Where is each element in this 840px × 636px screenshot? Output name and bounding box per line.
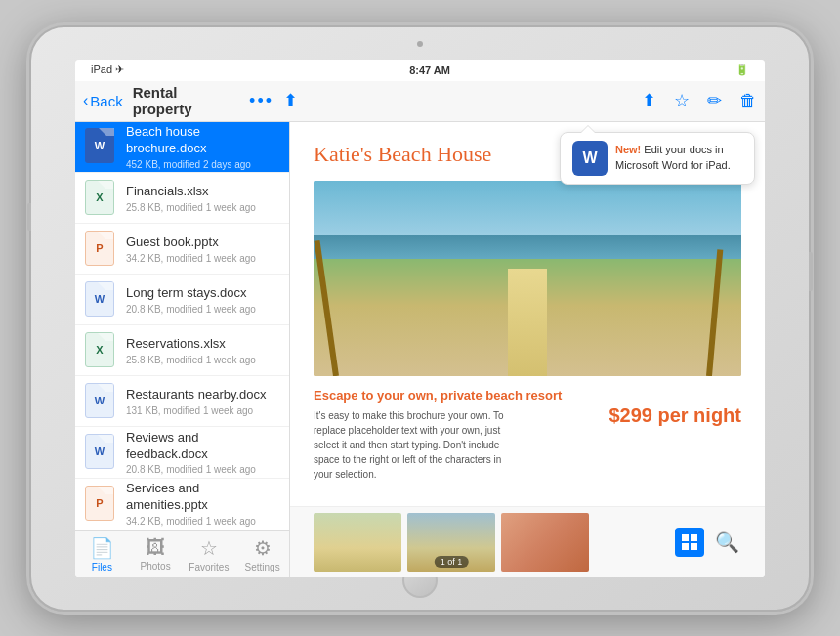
list-item[interactable]: P Guest book.pptx 34.2 KB, modified 1 we… — [75, 224, 289, 275]
svg-rect-2 — [682, 543, 689, 550]
file-info: Reviews and feedback.docx 20.8 KB, modif… — [126, 430, 279, 476]
back-button[interactable]: ‹ Back — [83, 92, 123, 109]
document-subtitle: Escape to your own, private beach resort — [314, 388, 741, 403]
file-icon: X — [85, 180, 116, 217]
file-name: Guest book.pptx — [126, 234, 279, 251]
document-preview: W New! Edit your docs in Microsoft Word … — [290, 122, 765, 577]
camera — [417, 41, 423, 47]
nav-bar: ‹ Back Rental property ••• ⬆ ⬆ ☆ ✏ 🗑 — [75, 81, 765, 122]
thumbnail-image-1 — [314, 513, 401, 572]
document-body: It's easy to make this brochure your own… — [314, 408, 509, 482]
svg-rect-3 — [691, 543, 697, 550]
list-item[interactable]: W Restaurants nearby.docx 131 KB, modifi… — [75, 376, 289, 427]
ipad-device: iPad ✈ 8:47 AM 🔋 ‹ Back Rental property … — [29, 25, 811, 612]
list-item[interactable]: X Reservations.xlsx 25.8 KB, modified 1 … — [75, 325, 289, 376]
file-icon: W — [85, 281, 116, 318]
file-icon: W — [85, 128, 116, 165]
file-name: Reservations.xlsx — [126, 336, 279, 353]
photos-label: Photos — [141, 561, 171, 572]
files-icon: 📄 — [90, 536, 114, 560]
ipad-label: iPad ✈ — [91, 64, 124, 76]
status-right: 🔋 — [735, 64, 749, 76]
list-item[interactable]: P Services and amenities.pptx 34.2 KB, m… — [75, 479, 289, 530]
file-meta: 25.8 KB, modified 1 week ago — [126, 355, 279, 365]
file-info: Beach house brochure.docx 452 KB, modifi… — [126, 124, 279, 170]
file-info: Long term stays.docx 20.8 KB, modified 1… — [126, 285, 279, 315]
status-bar: iPad ✈ 8:47 AM 🔋 — [75, 60, 765, 81]
settings-label: Settings — [245, 562, 280, 572]
file-meta: 452 KB, modified 2 days ago — [126, 159, 279, 170]
file-info: Restaurants nearby.docx 131 KB, modified… — [126, 387, 279, 416]
list-item[interactable]: W Long term stays.docx 20.8 KB, modified… — [75, 275, 289, 325]
list-item[interactable]: W Beach house brochure.docx 452 KB, modi… — [75, 122, 289, 174]
thumbnail-2[interactable]: 1 of 1 — [407, 513, 495, 572]
nav-title: Rental property — [133, 84, 237, 117]
tab-files[interactable]: 📄 Files — [75, 536, 129, 572]
file-info: Financials.xlsx 25.8 KB, modified 1 week… — [126, 184, 279, 213]
grid-view-button[interactable] — [675, 528, 704, 557]
back-chevron-icon: ‹ — [83, 92, 88, 109]
file-name: Restaurants nearby.docx — [126, 387, 279, 403]
nav-left: ‹ Back Rental property ••• ⬆ — [83, 84, 298, 117]
edit-button[interactable]: ✏ — [707, 90, 722, 111]
list-item[interactable]: W Reviews and feedback.docx 20.8 KB, mod… — [75, 427, 289, 479]
file-icon: P — [85, 486, 116, 523]
page-indicator: 1 of 1 — [435, 556, 469, 568]
favorites-icon: ☆ — [200, 536, 218, 560]
svg-rect-0 — [682, 534, 689, 541]
word-tooltip: W New! Edit your docs in Microsoft Word … — [560, 132, 755, 185]
delete-button[interactable]: 🗑 — [739, 91, 757, 111]
favorite-button[interactable]: ☆ — [674, 90, 690, 111]
tab-bar: 📄 Files 🖼 Photos ☆ Favorites ⚙ Settings — [75, 530, 289, 577]
status-left: iPad ✈ — [91, 64, 124, 76]
file-icon: W — [85, 383, 116, 420]
photos-icon: 🖼 — [146, 536, 165, 559]
main-content: W Beach house brochure.docx 452 KB, modi… — [75, 122, 765, 577]
file-meta: 25.8 KB, modified 1 week ago — [126, 202, 279, 213]
favorites-label: Favorites — [189, 562, 229, 572]
beach-photo — [314, 181, 741, 376]
file-name: Beach house brochure.docx — [126, 124, 279, 157]
tab-photos[interactable]: 🖼 Photos — [129, 536, 183, 572]
file-name: Long term stays.docx — [126, 285, 279, 302]
back-label[interactable]: Back — [90, 93, 122, 109]
thumbnail-strip: 1 of 1 🔍 — [290, 506, 765, 577]
file-info: Guest book.pptx 34.2 KB, modified 1 week… — [126, 234, 279, 264]
file-info: Reservations.xlsx 25.8 KB, modified 1 we… — [126, 336, 279, 365]
more-options-button[interactable]: ••• — [249, 91, 273, 111]
thumbnail-image-3 — [501, 513, 589, 572]
thumbnail-3[interactable] — [501, 513, 589, 572]
status-time: 8:47 AM — [409, 64, 450, 76]
nav-right: ⬆ ☆ ✏ 🗑 — [642, 90, 757, 111]
list-item[interactable]: X Financials.xlsx 25.8 KB, modified 1 we… — [75, 173, 289, 224]
thumbnail-1[interactable] — [314, 513, 401, 572]
svg-rect-1 — [691, 534, 697, 541]
file-icon: W — [85, 434, 116, 471]
share-button[interactable]: ⬆ — [642, 90, 656, 111]
file-icon: P — [85, 231, 116, 268]
file-icon: X — [85, 332, 116, 369]
tab-settings[interactable]: ⚙ Settings — [235, 536, 289, 572]
doc-content: W New! Edit your docs in Microsoft Word … — [290, 122, 765, 506]
share-button-left[interactable]: ⬆ — [283, 90, 298, 111]
file-name: Services and amenities.pptx — [126, 481, 279, 514]
battery-icon: 🔋 — [735, 64, 749, 76]
files-label: Files — [92, 562, 112, 572]
file-name: Financials.xlsx — [126, 184, 279, 200]
file-name: Reviews and feedback.docx — [126, 430, 279, 463]
volume-button[interactable] — [27, 203, 31, 231]
ipad-screen: iPad ✈ 8:47 AM 🔋 ‹ Back Rental property … — [75, 60, 765, 577]
tab-favorites[interactable]: ☆ Favorites — [183, 536, 236, 572]
tooltip-new-label: New! — [615, 144, 641, 155]
file-meta: 20.8 KB, modified 1 week ago — [126, 464, 279, 475]
file-meta: 20.8 KB, modified 1 week ago — [126, 304, 279, 315]
power-button[interactable] — [809, 252, 813, 291]
word-icon: W — [572, 141, 608, 176]
file-meta: 34.2 KB, modified 1 week ago — [126, 253, 279, 264]
settings-icon: ⚙ — [254, 536, 272, 560]
sidebar: W Beach house brochure.docx 452 KB, modi… — [75, 122, 290, 577]
file-meta: 34.2 KB, modified 1 week ago — [126, 516, 279, 527]
file-meta: 131 KB, modified 1 week ago — [126, 405, 279, 416]
search-button[interactable]: 🔍 — [712, 528, 741, 557]
tooltip-text: New! Edit your docs in Microsoft Word fo… — [615, 143, 742, 173]
